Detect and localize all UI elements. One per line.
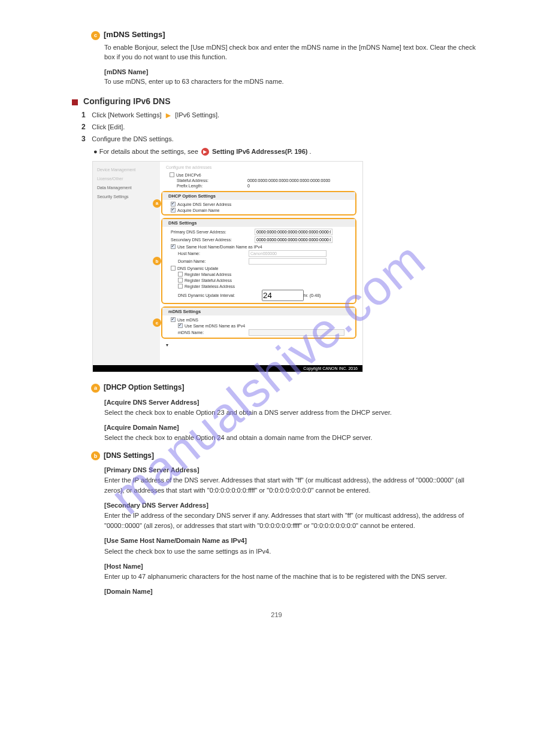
tag-c-icon: c — [153, 318, 161, 327]
sidebar-item[interactable]: License/Other — [95, 174, 158, 183]
red-square-icon — [72, 99, 78, 105]
sidebar-item[interactable]: Security Settings — [95, 192, 158, 201]
step-2: 2 Click [Edit]. — [81, 123, 481, 131]
secondary-dns-input[interactable] — [255, 236, 333, 243]
arrow-right-icon: ▶ — [166, 112, 171, 119]
desc-b-title: [DNS Settings] — [104, 451, 154, 460]
mdns-name-label: [mDNS Name] — [104, 67, 481, 77]
checkbox[interactable] — [170, 172, 174, 177]
checkbox[interactable] — [171, 208, 176, 212]
mdns-name-desc: To use mDNS, enter up to 63 characters f… — [104, 77, 481, 87]
bullet-a-icon: a — [91, 384, 100, 393]
sidebar-item[interactable]: Device Management — [95, 165, 158, 174]
screenshot-footer: Copyright CANON INC. 2016 — [93, 365, 362, 372]
tag-a-icon: a — [153, 199, 161, 208]
checkbox[interactable] — [178, 284, 183, 289]
screenshot-main: Configure the addresses Use DHCPv6 State… — [160, 162, 362, 365]
close-icon[interactable]: ▾ — [161, 341, 359, 349]
mdns-desc: To enable Bonjour, select the [Use mDNS]… — [104, 42, 481, 62]
mdns-section-top: c [mDNS Settings] To enable Bonjour, sel… — [91, 30, 481, 87]
play-icon: ▶ — [201, 148, 209, 156]
step3-link[interactable]: Setting IPv6 Addresses(P. 196) — [212, 148, 308, 155]
page-number: 219 — [72, 611, 481, 618]
bullet-c-icon: c — [91, 31, 100, 40]
step-1: 1 Click [Network Settings] ▶ [IPv6 Setti… — [81, 111, 481, 119]
sidebar-item[interactable]: Data Management — [95, 183, 158, 192]
mdns-title: [mDNS Settings] — [104, 30, 165, 39]
bullet-b-icon: b — [91, 451, 100, 460]
mdns-name-input[interactable] — [249, 329, 344, 336]
panel-a: a DHCP Option Settings Acquire DNS Serve… — [161, 191, 356, 215]
checkbox[interactable] — [171, 266, 176, 271]
host-name-input[interactable] — [249, 250, 327, 257]
checkbox[interactable] — [171, 202, 176, 207]
domain-name-input[interactable] — [249, 258, 327, 265]
screenshot-sidebar: Device Management License/Other Data Man… — [93, 162, 160, 365]
step3-note-a: For details about the settings, see — [99, 148, 200, 155]
checkbox[interactable] — [178, 278, 183, 283]
desc-b: b [DNS Settings] [Primary DNS Server Add… — [91, 451, 481, 597]
tag-b-icon: b — [153, 257, 161, 265]
step-3: 3 Configure the DNS settings. — [81, 135, 481, 143]
primary-dns-input[interactable] — [255, 229, 333, 235]
ipv6-heading: Configuring IPv6 DNS — [83, 96, 170, 106]
checkbox[interactable] — [171, 317, 176, 322]
step3-note-b: . — [310, 148, 312, 155]
panel-b: b DNS Settings Primary DNS Server Addres… — [161, 218, 356, 304]
checkbox[interactable] — [178, 323, 183, 328]
settings-screenshot: Device Management License/Other Data Man… — [92, 161, 363, 372]
desc-a-title: [DHCP Option Settings] — [104, 383, 184, 391]
desc-a: a [DHCP Option Settings] [Acquire DNS Se… — [91, 383, 481, 443]
checkbox[interactable] — [171, 244, 176, 249]
interval-input[interactable] — [262, 290, 304, 301]
checkbox[interactable] — [178, 272, 183, 277]
panel-c: c mDNS Settings Use mDNS Use Same mDNS N… — [161, 306, 356, 339]
